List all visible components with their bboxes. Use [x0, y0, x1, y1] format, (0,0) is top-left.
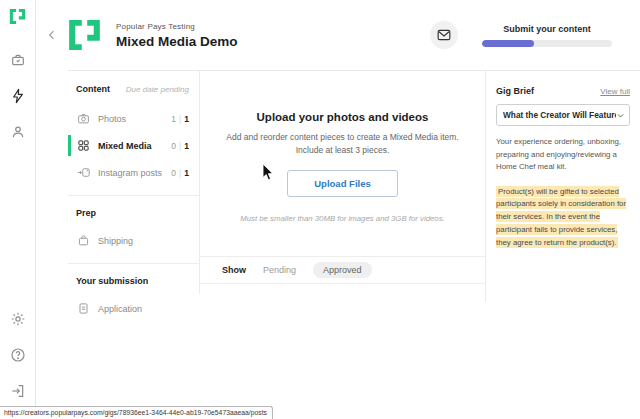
workspace-label: Popular Pays Testing: [116, 22, 238, 31]
help-icon[interactable]: [10, 347, 26, 363]
instagram-posts-counts: 0|1: [171, 168, 189, 178]
nav-section-prep: Prep: [68, 196, 199, 218]
nav-item-mixed-media[interactable]: Mixed Media 0|1: [68, 132, 199, 159]
left-gutter: [36, 70, 68, 302]
gig-brief-panel: Gig Brief View full What the Creator Wil…: [485, 71, 640, 302]
bag-icon: [77, 234, 90, 247]
envelope-icon: [437, 29, 451, 41]
gig-nav: Content Due date pending Photos 1|1: [68, 71, 200, 294]
messages-button[interactable]: [430, 21, 458, 49]
filter-approved[interactable]: Approved: [313, 262, 372, 278]
title-block: Popular Pays Testing Mixed Media Demo: [116, 22, 238, 49]
upload-heading: Upload your photos and videos: [200, 111, 485, 123]
chevron-down-icon: [616, 111, 625, 120]
app-sidebar: [0, 0, 36, 419]
brief-section-dropdown[interactable]: What the Creator Will Feature for t: [496, 104, 630, 126]
submission-progress-fill: [482, 40, 534, 47]
body-row: Content Due date pending Photos 1|1: [36, 70, 640, 302]
document-icon: [77, 302, 90, 315]
mixed-media-counts: 0|1: [171, 141, 189, 151]
prep-section-title: Prep: [76, 208, 96, 218]
submission-progress-bar: [482, 40, 612, 47]
popular-pays-logo: [68, 20, 101, 50]
gig-brief-title: Gig Brief: [496, 86, 534, 96]
page-title: Mixed Media Demo: [116, 34, 238, 49]
highlighted-text: Product(s) will be gifted to selected pa…: [496, 186, 626, 248]
file-size-note: Must be smaller than 30MB for images and…: [200, 214, 485, 223]
screen: Popular Pays Testing Mixed Media Demo Su…: [0, 0, 640, 419]
gig-brief-header: Gig Brief View full: [496, 86, 630, 96]
person-icon[interactable]: [10, 124, 26, 140]
submit-your-content-label: Submit your content: [482, 24, 612, 34]
back-button[interactable]: [45, 28, 59, 42]
upload-description-line: Add and reorder content pieces to create…: [200, 131, 485, 144]
nav-item-label: Instagram posts: [98, 168, 162, 178]
nav-section-your-submission: Your submission: [68, 264, 199, 286]
brief-highlighted-note: Product(s) will be gifted to selected pa…: [496, 186, 630, 250]
gig-card: Content Due date pending Photos 1|1: [68, 70, 640, 302]
nav-item-label: Photos: [98, 114, 126, 124]
nav-item-label: Shipping: [98, 236, 133, 246]
nav-item-label: Application: [98, 304, 142, 314]
sign-out-icon[interactable]: [10, 383, 26, 399]
instagram-post-icon: [77, 166, 90, 179]
brief-description: Your experience ordering, unboxing, prep…: [496, 136, 630, 174]
filter-pending[interactable]: Pending: [263, 265, 296, 275]
nav-item-shipping[interactable]: Shipping: [68, 227, 199, 254]
upload-description: Add and reorder content pieces to create…: [200, 131, 485, 157]
brand-brackets-logo: [9, 9, 26, 28]
due-date-note: Due date pending: [126, 85, 189, 94]
nav-item-photos[interactable]: Photos 1|1: [68, 105, 199, 132]
upload-description-line: Include at least 3 pieces.: [200, 144, 485, 157]
upload-files-button[interactable]: Upload Files: [287, 170, 397, 197]
upload-panel: Upload your photos and videos Add and re…: [200, 71, 485, 284]
filter-bar: Show Pending Approved: [200, 256, 485, 284]
photos-counts: 1|1: [171, 114, 189, 124]
lightning-icon[interactable]: [10, 88, 26, 104]
show-label: Show: [222, 265, 246, 275]
gear-icon[interactable]: [10, 311, 26, 327]
topbar: Popular Pays Testing Mixed Media Demo Su…: [36, 0, 640, 70]
camera-icon: [77, 112, 90, 125]
upload-block: Upload your photos and videos Add and re…: [200, 71, 485, 223]
briefcase-icon[interactable]: [10, 52, 26, 68]
nav-item-label: Mixed Media: [98, 141, 152, 151]
view-full-link[interactable]: View full: [600, 87, 630, 96]
submission-section-title: Your submission: [76, 276, 148, 286]
nav-item-instagram-posts[interactable]: Instagram posts 0|1: [68, 159, 199, 186]
content-section-title: Content: [76, 84, 110, 94]
nav-item-application[interactable]: Application: [68, 295, 199, 322]
topbar-right: Submit your content: [430, 21, 640, 49]
dropdown-value: What the Creator Will Feature for t: [503, 110, 616, 120]
submit-progress-block: Submit your content: [482, 24, 612, 47]
nav-section-content: Content Due date pending: [68, 84, 199, 94]
grid-icon: [77, 139, 90, 152]
link-status-bar: https://creators.popularpays.com/gigs/78…: [0, 406, 273, 419]
page: Popular Pays Testing Mixed Media Demo Su…: [36, 0, 640, 302]
